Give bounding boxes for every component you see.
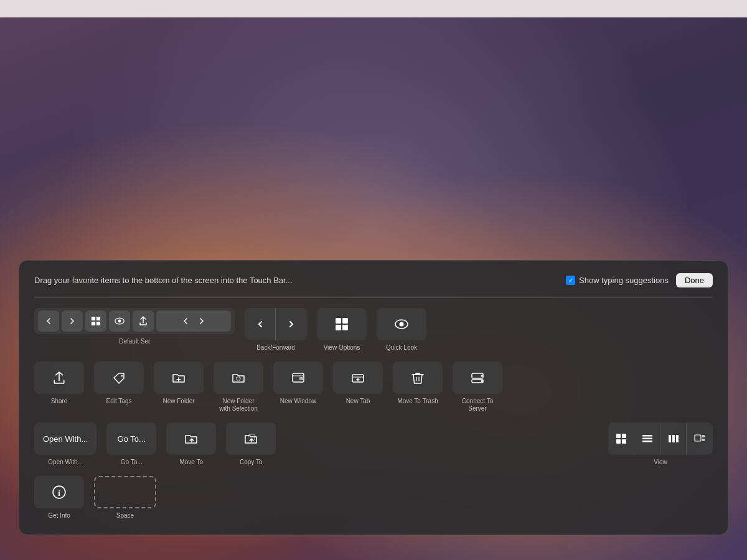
view-options-btn[interactable] [317,308,367,340]
done-button[interactable]: Done [676,273,713,287]
open-with-btn[interactable]: Open With... [34,422,96,455]
svg-rect-13 [237,377,240,380]
new-window-btn[interactable] [273,362,323,394]
list-view-btn[interactable] [634,422,660,455]
share-tb-btn[interactable] [133,310,154,332]
new-folder-selection-label: New Folder with Selection [217,398,260,413]
back-nav-btn[interactable] [38,310,59,332]
svg-rect-32 [702,435,705,437]
open-with-label: Open With... [48,459,83,466]
svg-rect-26 [642,438,652,440]
forward-btn[interactable] [276,308,307,340]
svg-rect-27 [642,441,652,442]
menu-bar [0,0,747,17]
copy-to-btn[interactable] [226,422,276,455]
svg-rect-30 [676,435,679,442]
svg-rect-29 [672,435,675,442]
new-tab-btn[interactable] [333,362,383,394]
connect-server-label: Connect To Server [456,398,499,413]
svg-rect-8 [336,325,341,330]
view-group: View [608,422,713,466]
svg-rect-31 [695,435,701,441]
svg-rect-33 [702,439,705,441]
edit-tags-group: Edit Tags [94,362,144,405]
default-set-bar [34,308,235,334]
default-set-label: Default Set [119,338,149,345]
space-btn[interactable] [94,476,156,508]
space-label: Space [116,512,134,520]
column-view-btn[interactable] [660,422,687,455]
new-window-label: New Window [280,398,316,405]
new-folder-btn[interactable] [154,362,204,394]
grid-view-btn[interactable] [85,310,106,332]
icon-view-btn[interactable] [608,422,634,455]
default-set-group: Default Set [34,308,235,345]
svg-rect-7 [342,318,348,324]
row-2: Share Edit Tags New Folder New Folder wi… [34,362,713,413]
view-options-label: View Options [324,344,360,352]
back-btn[interactable] [245,308,276,340]
go-to-label: Go To... [121,459,143,466]
forward-nav-btn[interactable] [62,310,83,332]
move-trash-group: Move To Trash [393,362,443,405]
new-folder-selection-btn[interactable] [214,362,263,394]
back-forward-label: Back/Forward [256,344,295,352]
svg-rect-3 [96,322,100,325]
go-to-group: Go To... Go To... [106,422,156,466]
row-4: i Get Info Space [34,476,713,520]
new-tab-label: New Tab [346,398,370,405]
svg-rect-21 [616,434,621,438]
new-window-group: New Window [273,362,323,405]
edit-tags-btn[interactable] [94,362,144,394]
get-info-btn[interactable]: i [34,476,84,508]
move-to-label: Move To [179,459,203,466]
svg-point-5 [118,320,121,323]
copy-to-label: Copy To [240,459,263,466]
show-typing-checkbox[interactable]: ✓ [566,276,575,285]
panel-header: Drag your favorite items to the bottom o… [34,273,713,287]
svg-rect-2 [92,322,95,325]
share-btn[interactable] [34,362,84,394]
edit-tags-label: Edit Tags [106,398,132,405]
back-forward-tb-btn[interactable] [156,310,231,332]
svg-rect-28 [669,435,671,442]
move-trash-btn[interactable] [393,362,443,394]
svg-rect-1 [96,317,100,320]
connect-server-btn[interactable] [453,362,502,394]
svg-rect-24 [622,439,626,444]
row-3: Open With... Open With... Go To... Go To… [34,422,713,466]
eye-btn[interactable] [109,310,130,332]
new-tab-group: New Tab [333,362,383,405]
space-group: Space [94,476,156,520]
gallery-view-btn[interactable] [687,422,713,455]
svg-rect-25 [642,435,652,437]
svg-point-19 [481,375,483,377]
share-label: Share [51,398,68,405]
share-group: Share [34,362,84,405]
back-forward-buttons [245,308,307,340]
view-options-group: View Options [317,308,367,352]
quick-look-group: Quick Look [377,308,426,352]
connect-server-group: Connect To Server [453,362,502,413]
back-forward-group: Back/Forward [245,308,307,352]
customization-panel: Drag your favorite items to the bottom o… [19,260,728,535]
go-to-btn[interactable]: Go To... [106,422,156,455]
move-to-group: Move To [166,422,216,466]
svg-rect-15 [299,377,303,380]
svg-point-12 [121,375,123,377]
get-info-label: Get Info [48,512,70,520]
view-label: View [654,459,667,466]
row-1: Default Set Back/Forward View Options [34,308,713,352]
move-to-btn[interactable] [166,422,216,455]
svg-point-11 [400,322,404,327]
quick-look-btn[interactable] [377,308,426,340]
svg-text:i: i [58,488,60,498]
view-group-bar [608,422,713,455]
svg-rect-23 [616,439,621,444]
svg-point-20 [481,380,483,382]
show-typing-option[interactable]: ✓ Show typing suggestions [566,276,669,285]
new-folder-selection-group: New Folder with Selection [214,362,263,413]
svg-rect-6 [336,318,341,324]
divider [34,297,713,298]
quick-look-label: Quick Look [386,344,417,352]
